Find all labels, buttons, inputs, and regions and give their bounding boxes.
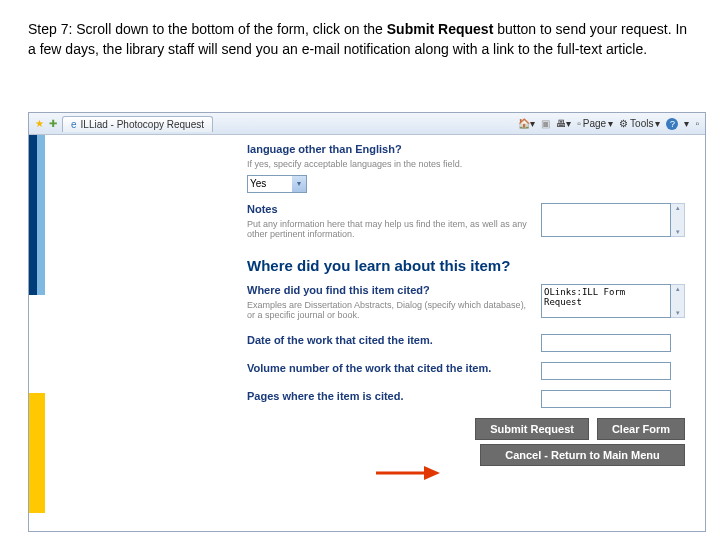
- cancel-button[interactable]: Cancel - Return to Main Menu: [480, 444, 685, 466]
- section-heading: Where did you learn about this item?: [247, 257, 691, 274]
- cited-textarea[interactable]: [541, 284, 671, 318]
- sidebar-decoration: [29, 135, 37, 295]
- browser-window: ★ ✚ e ILLiad - Photocopy Request 🏠▾ ▣ 🖶▾…: [28, 112, 706, 532]
- favorite-star-icon[interactable]: ★: [35, 118, 44, 129]
- volume-input[interactable]: [541, 362, 671, 380]
- submit-request-button[interactable]: Submit Request: [475, 418, 589, 440]
- cited-help: Examples are Dissertation Abstracts, Dia…: [247, 300, 531, 320]
- instruction-prefix: Step 7: Scroll down to the bottom of the…: [28, 21, 387, 37]
- pages-label: Pages where the item is cited.: [247, 390, 531, 402]
- annotation-arrow-icon: [374, 464, 442, 482]
- date-input[interactable]: [541, 334, 671, 352]
- tools-menu[interactable]: ⚙ Tools ▾: [619, 118, 660, 129]
- browser-tab[interactable]: e ILLiad - Photocopy Request: [62, 116, 213, 132]
- volume-label: Volume number of the work that cited the…: [247, 362, 531, 374]
- date-label: Date of the work that cited the item.: [247, 334, 531, 346]
- language-help: If yes, specify acceptable languages in …: [247, 159, 691, 169]
- scrollbar[interactable]: ▴▾: [671, 203, 685, 237]
- chevron-down-icon: ▾: [292, 176, 306, 192]
- tab-title: ILLiad - Photocopy Request: [81, 119, 204, 130]
- maximize-icon[interactable]: ▫: [695, 118, 699, 129]
- page-menu[interactable]: ▫ Page ▾: [577, 118, 613, 129]
- instruction-bold: Submit Request: [387, 21, 494, 37]
- home-icon[interactable]: 🏠▾: [518, 118, 535, 129]
- cited-label: Where did you find this item cited?: [247, 284, 531, 296]
- notes-textarea[interactable]: [541, 203, 671, 237]
- form-content: language other than English? If yes, spe…: [239, 135, 705, 531]
- svg-marker-1: [424, 466, 440, 480]
- browser-toolbar: ★ ✚ e ILLiad - Photocopy Request 🏠▾ ▣ 🖶▾…: [29, 113, 705, 135]
- pages-input[interactable]: [541, 390, 671, 408]
- notes-label: Notes: [247, 203, 531, 215]
- ie-icon: e: [71, 119, 77, 130]
- scrollbar[interactable]: ▴▾: [671, 284, 685, 318]
- clear-form-button[interactable]: Clear Form: [597, 418, 685, 440]
- help-icon[interactable]: ?: [666, 118, 678, 130]
- print-icon[interactable]: 🖶▾: [556, 118, 571, 129]
- add-favorite-icon[interactable]: ✚: [49, 118, 57, 129]
- language-question: language other than English?: [247, 143, 691, 155]
- language-select[interactable]: Yes ▾: [247, 175, 307, 193]
- feed-icon[interactable]: ▣: [541, 118, 550, 129]
- instruction-text: Step 7: Scroll down to the bottom of the…: [0, 0, 720, 69]
- sidebar-decoration: [37, 135, 45, 295]
- sidebar-decoration: [29, 393, 45, 513]
- notes-help: Put any information here that may help u…: [247, 219, 531, 239]
- language-value: Yes: [250, 178, 266, 189]
